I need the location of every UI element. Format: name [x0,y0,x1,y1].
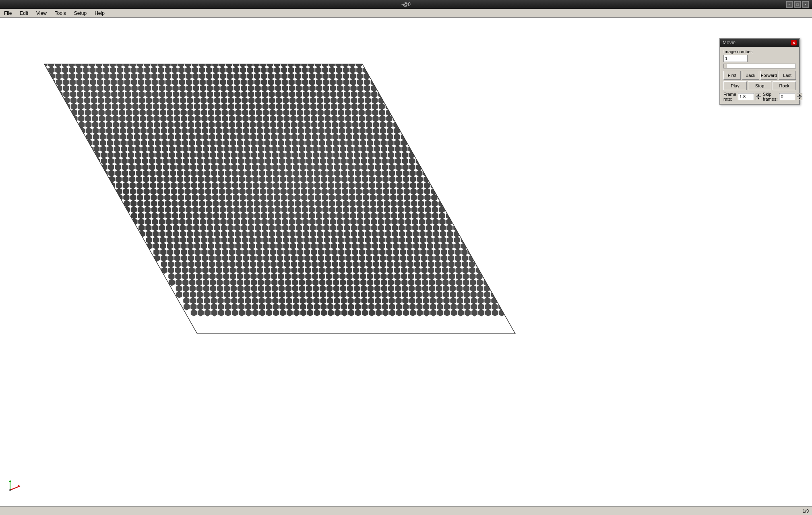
skip-frames-label: Skip frames: [763,92,778,101]
close-button[interactable]: × [802,1,809,8]
frame-rate-up[interactable]: ▲ [756,93,761,97]
menu-edit[interactable]: Edit [17,10,31,17]
play-button[interactable]: Play [723,81,747,90]
image-number-input[interactable] [723,55,748,62]
forward-button[interactable]: Forward [760,71,778,80]
skip-frames-down[interactable]: ▼ [797,97,802,100]
movie-close-button[interactable]: × [791,40,797,46]
stop-button[interactable]: Stop [748,81,771,90]
menu-help[interactable]: Help [92,10,107,17]
statusbar: 1/9 [0,506,812,515]
image-number-label: Image number: [723,49,796,54]
movie-panel-titlebar: Movie × [720,39,799,47]
first-button[interactable]: First [723,71,741,80]
frame-rate-label: Frame rate: [723,92,736,101]
frame-rate-row: Frame rate: ▲ ▼ Skip frames: ▲ ▼ [723,92,796,101]
svg-point-4 [9,489,11,491]
back-button[interactable]: Back [742,71,759,80]
slider-container [723,64,796,69]
frame-rate-down[interactable]: ▼ [756,97,761,100]
axes-indicator [6,478,22,494]
menu-tools[interactable]: Tools [52,10,68,17]
svg-marker-3 [9,480,11,482]
movie-content: Image number: First Back Forward Last Pl… [720,47,799,104]
playback-buttons: Play Stop Rock [723,81,796,90]
movie-panel: Movie × Image number: First Back Forward… [719,38,800,105]
menu-file[interactable]: File [2,10,14,17]
skip-frames-input[interactable] [779,93,795,100]
skip-frames-spinners: ▲ ▼ [797,93,802,100]
last-button[interactable]: Last [779,71,796,80]
menu-view[interactable]: View [34,10,49,17]
title-text: -@0 [401,2,411,7]
hex-canvas [0,18,812,506]
movie-title: Movie [723,40,736,46]
main-area: Movie × Image number: First Back Forward… [0,18,812,506]
menu-setup[interactable]: Setup [72,10,89,17]
frame-slider[interactable] [723,64,796,68]
maximize-button[interactable]: □ [794,1,801,8]
frame-rate-input[interactable] [738,93,754,100]
titlebar: -@0 − □ × [0,0,812,9]
statusbar-right: 1/9 [803,509,809,513]
menubar: File Edit View Tools Setup Help [0,9,812,18]
navigation-buttons: First Back Forward Last [723,71,796,80]
rock-button[interactable]: Rock [773,81,796,90]
titlebar-controls: − □ × [786,1,809,8]
skip-frames-up[interactable]: ▲ [797,93,802,97]
frame-rate-spinners: ▲ ▼ [756,93,761,100]
minimize-button[interactable]: − [786,1,793,8]
